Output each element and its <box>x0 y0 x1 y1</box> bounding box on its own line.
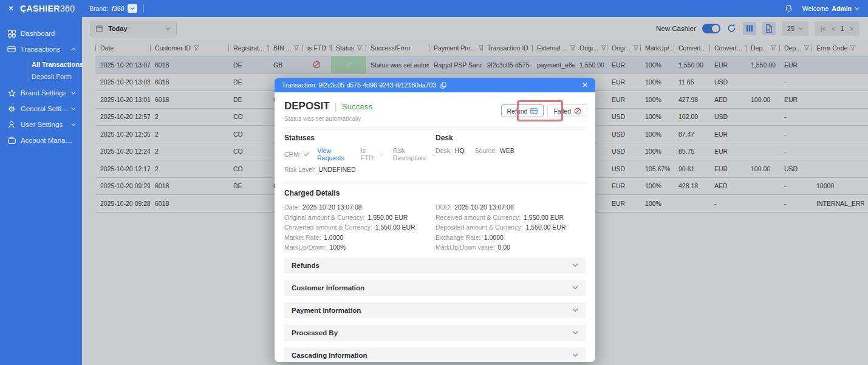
accordion-section[interactable]: Refunds <box>284 258 586 273</box>
detail-label: MarkUp/Down value: <box>436 244 494 251</box>
transaction-type: DEPOSIT <box>284 100 330 112</box>
copy-icon[interactable] <box>440 82 446 89</box>
refund-button-label: Refund <box>507 107 528 115</box>
chevron-down-icon <box>71 107 76 111</box>
statuses-title: Statuses <box>284 134 436 142</box>
chevron-down-icon <box>71 91 76 95</box>
topbar: ✕ ÇASHIER360 Brand: f360 Welcome Admin <box>0 0 868 17</box>
chevron-down-icon <box>572 285 578 290</box>
charged-right-column: DOD: 2025-10-20 13:07:06 Received amount… <box>436 202 586 253</box>
brand-dropdown-button[interactable] <box>128 4 137 13</box>
detail-line: Market Rate: 1.0000 <box>284 233 436 243</box>
detail-line: MarkUp/Down: 100% <box>284 242 436 253</box>
detail-value: 1,550.00 EUR <box>526 223 566 231</box>
sidebar-item-general-settings[interactable]: ⚙ General Settings <box>0 101 82 117</box>
refund-button[interactable]: Refund <box>501 104 544 117</box>
accordion-list: Refunds Customer Information Pay <box>284 258 586 363</box>
desk-title: Desk <box>436 134 586 142</box>
user-icon <box>7 120 16 129</box>
sidebar-item-deposit-form[interactable]: Deposit Form <box>27 70 82 83</box>
grid-icon <box>7 29 16 38</box>
welcome-label: Welcome <box>802 5 829 12</box>
sidebar-item-account-management[interactable]: Account Management <box>0 132 82 148</box>
detail-value: 1,550.00 EUR <box>524 214 564 221</box>
accordion-label: Refunds <box>292 262 320 269</box>
gear-icon: ⚙ <box>7 104 16 113</box>
transaction-modal: Transaction: 9f2c3c05-d575-4d96-9243-f91… <box>275 78 595 362</box>
detail-line: Deposited amount & Currency: 1,550.00 EU… <box>436 222 586 233</box>
charged-details-section: Charged Details Date: 2025-10-20 13:07:0… <box>284 189 586 253</box>
accordion-section[interactable]: Cascading Information <box>284 347 586 363</box>
brand-label: Brand: <box>89 5 108 12</box>
failed-button[interactable]: Failed <box>547 104 587 117</box>
accordion-section[interactable]: Customer Information <box>284 280 586 296</box>
detail-label: Converted amount & Currency: <box>284 223 372 231</box>
detail-value: 1,550.00 EUR <box>367 214 408 221</box>
detail-line: Received amount & Currency: 1,550.00 EUR <box>436 213 586 223</box>
accordion-section[interactable]: Payment Information <box>284 302 586 318</box>
accordion-label: Customer Information <box>292 284 364 292</box>
detail-line: MarkUp/Down value: 0.00 <box>436 242 586 253</box>
chevron-down-icon <box>130 7 135 10</box>
sidebar-item-transactions[interactable]: Transactions <box>0 41 82 57</box>
sidebar-item-user-settings[interactable]: User Settings <box>0 117 82 132</box>
detail-value: 1.0000 <box>484 234 504 241</box>
detail-label: Exchange Rate: <box>436 234 481 241</box>
sidebar-item-label: Brand Settings <box>21 89 66 97</box>
risk-level-value: UNDEFINED <box>318 166 355 173</box>
star-icon <box>7 89 16 97</box>
detail-value: 1.0000 <box>324 234 343 241</box>
topbar-right: Welcome Admin <box>785 4 868 13</box>
transactions-submenu: All Transactions Deposit Form <box>27 58 82 83</box>
transaction-status: Success <box>342 102 373 111</box>
chevron-down-icon <box>572 330 578 335</box>
check-icon <box>304 151 309 157</box>
modal-actions: Refund Failed <box>501 104 587 117</box>
desk-value: HQ <box>455 147 465 154</box>
sidebar-item-brand-settings[interactable]: Brand Settings <box>0 85 82 101</box>
blocked-icon <box>574 107 581 115</box>
user-name: Admin <box>832 5 852 12</box>
detail-value: 2025-10-20 13:07:08 <box>302 203 362 211</box>
is-ftd-value: - <box>380 151 383 158</box>
charged-details-grid: Date: 2025-10-20 13:07:08 Original amoun… <box>284 202 586 253</box>
charged-left-column: Date: 2025-10-20 13:07:08 Original amoun… <box>284 202 436 253</box>
detail-line: Exchange Rate: 1.0000 <box>436 233 586 243</box>
chevron-down-icon <box>71 123 76 126</box>
app-logo: ÇASHIER360 <box>20 4 75 13</box>
briefcase-icon <box>7 136 16 145</box>
detail-label: Deposited amount & Currency: <box>436 223 523 231</box>
accordion-label: Payment Information <box>292 307 361 314</box>
sidebar-item-label: User Settings <box>21 121 63 128</box>
desk-line: Desk: HQ Source: WEB <box>436 147 586 154</box>
detail-line: DOD: 2025-10-20 13:07:06 <box>436 202 586 213</box>
failed-button-label: Failed <box>553 107 571 115</box>
detail-line: Date: 2025-10-20 13:07:08 <box>284 202 436 213</box>
accordion-label: Processed By <box>292 329 338 336</box>
sidebar-item-all-transactions[interactable]: All Transactions <box>27 58 82 70</box>
close-icon[interactable]: ✕ <box>582 81 588 89</box>
statuses-desk-section: Statuses CRM: View Requests Is FTD: - Ri… <box>284 134 586 177</box>
title-separator: | <box>335 101 337 112</box>
logo-main: ÇASHIER <box>20 4 60 13</box>
detail-label: Original amount & Currency: <box>284 214 364 221</box>
detail-line: Converted amount & Currency: 1,550.00 EU… <box>284 222 436 233</box>
menu-close-icon[interactable]: ✕ <box>8 4 14 13</box>
logo-suffix: 360 <box>60 4 75 13</box>
chevron-down-icon <box>572 308 578 312</box>
notification-bell-icon[interactable] <box>785 4 793 13</box>
charged-details-title: Charged Details <box>284 189 586 197</box>
view-requests-link[interactable]: View Requests <box>317 147 350 162</box>
detail-label: DOD: <box>436 203 451 211</box>
sidebar-item-dashboard[interactable]: Dashboard <box>0 26 82 41</box>
detail-line: Original amount & Currency: 1,550.00 EUR <box>284 213 436 223</box>
modal-body: DEPOSIT | Success Status was set automat… <box>275 92 595 362</box>
chevron-down-icon <box>572 263 578 267</box>
risk-level-line: Risk Level: UNDEFINED <box>284 166 436 173</box>
statuses-line: CRM: View Requests Is FTD: - Risk Descri… <box>284 147 436 162</box>
detail-value: 1,550.00 EUR <box>375 223 415 231</box>
user-menu[interactable]: Welcome Admin <box>802 5 859 12</box>
topbar-divider <box>143 4 144 13</box>
sidebar: Dashboard Transactions All Transactions … <box>0 17 82 365</box>
accordion-section[interactable]: Processed By <box>284 325 586 341</box>
